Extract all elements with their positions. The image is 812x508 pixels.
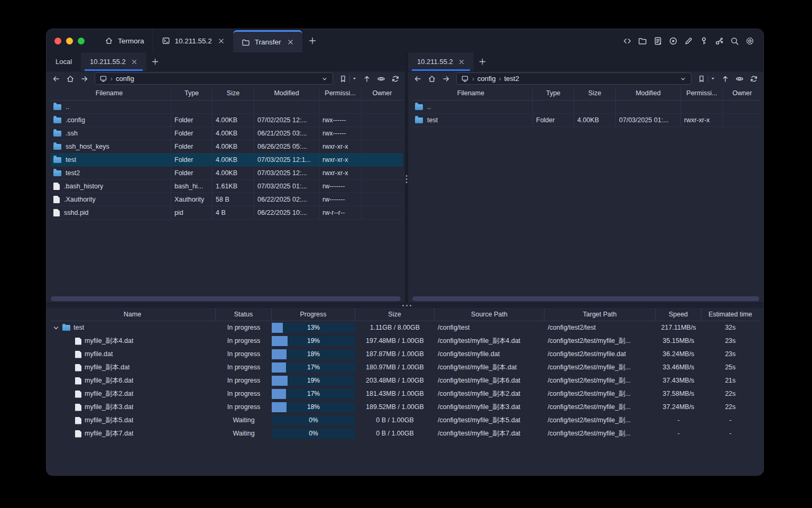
tab-local[interactable]: Local: [47, 52, 81, 71]
header-status[interactable]: Status: [216, 308, 272, 321]
header-source-path[interactable]: Source Path: [435, 308, 545, 321]
tab-remote-session[interactable]: 10.211.55.2: [81, 52, 146, 71]
caret-down-icon[interactable]: [352, 76, 357, 81]
file-modified: 06/22/2025 02:...: [254, 193, 319, 206]
tab-host-terminal[interactable]: 10.211.55.2: [153, 29, 233, 52]
file-row[interactable]: .config Folder 4.00KB 07/02/2025 12:... …: [51, 114, 403, 127]
header-speed[interactable]: Speed: [656, 308, 702, 321]
tab-remote-session[interactable]: 10.211.55.2: [408, 52, 474, 71]
tab-transfer[interactable]: Transfer: [233, 30, 302, 52]
log-icon[interactable]: [653, 37, 662, 46]
header-modified[interactable]: Modified: [254, 87, 319, 100]
keychain-icon[interactable]: [715, 37, 724, 46]
search-icon[interactable]: [730, 37, 739, 46]
new-pane-tab-button[interactable]: [474, 52, 492, 71]
forward-icon[interactable]: [442, 75, 450, 83]
transfer-row[interactable]: myfile_副本7.dat Waiting 0% 0 B / 1.00GB /…: [51, 427, 759, 440]
header-type[interactable]: Type: [171, 87, 213, 100]
header-owner[interactable]: Owner: [723, 87, 761, 100]
header-target-path[interactable]: Target Path: [545, 308, 656, 321]
header-permissions[interactable]: Permissi...: [319, 87, 362, 100]
transfer-row[interactable]: myfile_副本3.dat In progress 18% 189.52MB …: [51, 401, 759, 414]
transfer-row[interactable]: myfile_副本2.dat In progress 17% 181.43MB …: [51, 387, 759, 401]
path-segment[interactable]: config: [116, 75, 134, 83]
transfer-eta: 21s: [702, 374, 759, 387]
record-icon[interactable]: [669, 37, 678, 46]
file-row[interactable]: test2 Folder 4.00KB 07/03/2025 12:... rw…: [51, 167, 403, 180]
file-row[interactable]: ..: [412, 101, 761, 114]
header-size[interactable]: Size: [574, 87, 616, 100]
header-modified[interactable]: Modified: [616, 87, 681, 100]
close-icon[interactable]: [218, 38, 225, 44]
maximize-window-button[interactable]: [78, 38, 85, 44]
bookmark-icon[interactable]: [697, 75, 706, 83]
header-owner[interactable]: Owner: [362, 87, 403, 100]
new-pane-tab-button[interactable]: [146, 52, 164, 71]
transfer-source-path: /config/test/myfile.dat: [435, 348, 545, 361]
tab-termora[interactable]: Termora: [96, 29, 153, 52]
refresh-icon[interactable]: [750, 75, 758, 83]
header-progress[interactable]: Progress: [272, 308, 355, 321]
close-icon[interactable]: [287, 39, 294, 46]
folder-outline-icon: [242, 38, 250, 47]
file-row[interactable]: .bash_history bash_hi... 1.61KB 07/03/20…: [51, 180, 403, 193]
back-icon[interactable]: [52, 75, 60, 83]
header-size[interactable]: Size: [213, 87, 254, 100]
header-size[interactable]: Size: [355, 308, 435, 321]
caret-down-icon[interactable]: [710, 76, 715, 81]
close-window-button[interactable]: [54, 38, 61, 44]
home-icon[interactable]: [66, 75, 75, 83]
transfer-status: In progress: [216, 401, 272, 414]
chevron-down-icon[interactable]: [679, 75, 687, 83]
minimize-window-button[interactable]: [66, 38, 73, 44]
refresh-icon[interactable]: [391, 75, 400, 83]
forward-icon[interactable]: [80, 75, 89, 83]
code-icon[interactable]: [623, 37, 632, 46]
eye-icon[interactable]: [377, 75, 385, 83]
file-row[interactable]: sshd.pid pid 4 B 06/22/2025 10:... rw-r-…: [51, 206, 403, 220]
file-icon: [75, 338, 81, 345]
header-type[interactable]: Type: [533, 87, 574, 100]
bookmark-icon[interactable]: [339, 75, 347, 83]
edit-icon[interactable]: [684, 37, 693, 46]
eye-icon[interactable]: [735, 75, 744, 83]
header-estimated-time[interactable]: Estimated time: [702, 308, 759, 321]
close-icon[interactable]: [131, 59, 137, 65]
transfer-row[interactable]: test In progress 13% 1.11GB / 8.00GB /co…: [51, 321, 759, 334]
transfer-row[interactable]: myfile_副本5.dat Waiting 0% 0 B / 1.00GB /…: [51, 414, 759, 427]
file-row[interactable]: ssh_host_keys Folder 4.00KB 06/26/2025 0…: [51, 140, 403, 153]
back-icon[interactable]: [413, 75, 422, 83]
path-segment[interactable]: config: [477, 75, 496, 83]
transfer-row[interactable]: myfile_副本4.dat In progress 19% 197.48MB …: [51, 334, 759, 348]
path-bar[interactable]: › config: [95, 72, 333, 85]
transfer-target-path: /config/test2/test/myfile.dat: [545, 348, 656, 361]
transfer-row[interactable]: myfile_副本6.dat In progress 19% 203.48MB …: [51, 374, 759, 387]
file-row[interactable]: test Folder 4.00KB 07/03/2025 01:... rwx…: [412, 114, 761, 127]
file-row[interactable]: ..: [51, 101, 403, 114]
transfer-row[interactable]: myfile.dat In progress 18% 187.87MB / 1.…: [51, 348, 759, 361]
settings-icon[interactable]: [745, 37, 754, 46]
header-filename[interactable]: Filename: [412, 87, 533, 100]
upload-icon[interactable]: [721, 75, 730, 83]
horizontal-scrollbar[interactable]: [51, 296, 401, 301]
chevron-down-icon[interactable]: [321, 75, 328, 83]
folder-icon[interactable]: [638, 37, 647, 46]
horizontal-splitter[interactable]: [47, 303, 763, 308]
close-icon[interactable]: [458, 59, 465, 65]
chevron-down-icon[interactable]: [53, 325, 59, 331]
path-bar[interactable]: › config › test2: [456, 72, 691, 85]
file-row[interactable]: .ssh Folder 4.00KB 06/21/2025 03:... rwx…: [51, 127, 403, 140]
key-icon[interactable]: [699, 37, 708, 46]
header-name[interactable]: Name: [51, 308, 216, 321]
file-row[interactable]: test Folder 4.00KB 07/03/2025 12:1... rw…: [51, 153, 403, 167]
horizontal-scrollbar[interactable]: [412, 296, 759, 301]
new-tab-button[interactable]: [302, 29, 322, 52]
header-permissions[interactable]: Permissi...: [681, 87, 723, 100]
transfer-target-path: /config/test2/test/myfile_副...: [545, 427, 656, 440]
transfer-row[interactable]: myfile_副本.dat In progress 17% 180.97MB /…: [51, 361, 759, 374]
file-row[interactable]: .Xauthority Xauthority 58 B 06/22/2025 0…: [51, 193, 403, 206]
upload-icon[interactable]: [363, 75, 371, 83]
home-icon[interactable]: [428, 75, 436, 83]
header-filename[interactable]: Filename: [51, 87, 171, 100]
path-segment[interactable]: test2: [504, 75, 519, 83]
